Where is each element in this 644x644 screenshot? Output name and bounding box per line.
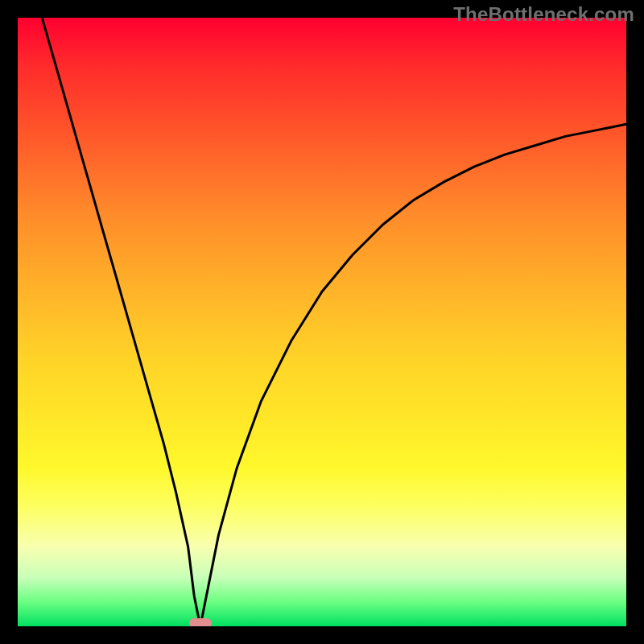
- watermark-text: TheBottleneck.com: [453, 3, 634, 26]
- chart-frame: TheBottleneck.com: [0, 0, 644, 644]
- plot-area: [18, 18, 626, 626]
- optimum-marker: [189, 618, 212, 626]
- bottleneck-curve: [42, 18, 626, 626]
- curve-svg: [18, 18, 626, 626]
